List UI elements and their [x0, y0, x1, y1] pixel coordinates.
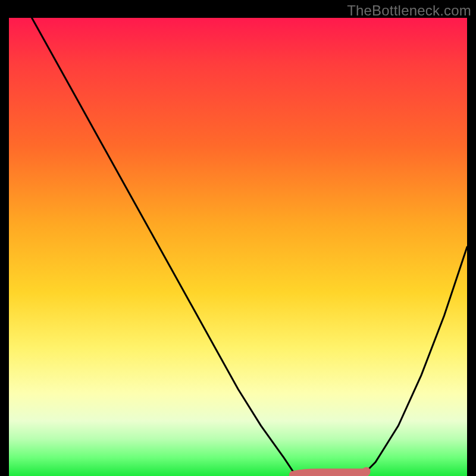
- optimal-range-marker: [293, 472, 366, 475]
- bottleneck-curve: [32, 18, 468, 476]
- optimal-point-marker: [362, 467, 371, 475]
- chart-svg: [9, 18, 467, 476]
- watermark-text: TheBottleneck.com: [347, 2, 471, 19]
- chart-frame: [9, 18, 467, 476]
